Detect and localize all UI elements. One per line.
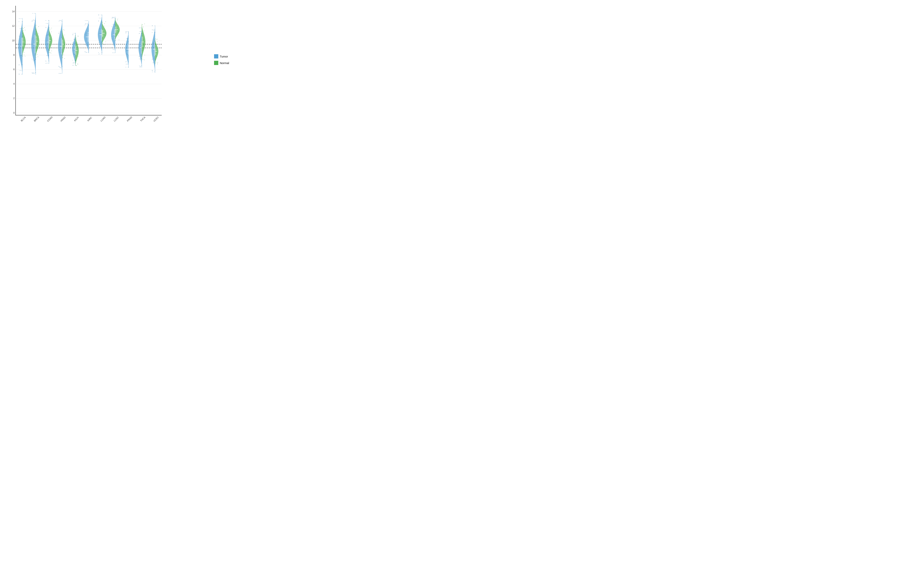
data-point [76, 52, 76, 52]
data-point [118, 31, 119, 32]
data-point [127, 39, 127, 39]
data-point [85, 33, 85, 34]
data-point [113, 24, 114, 25]
data-point [153, 30, 153, 31]
data-point [24, 42, 24, 42]
data-point [139, 56, 139, 56]
data-point [24, 37, 25, 38]
data-point [104, 26, 104, 27]
data-point [86, 52, 86, 53]
data-point [78, 56, 78, 57]
data-point [141, 42, 141, 43]
data-point [113, 49, 113, 50]
data-point [34, 20, 35, 21]
data-point [102, 39, 102, 39]
data-point [152, 59, 152, 60]
data-point [74, 33, 75, 34]
legend-item: Normal [214, 61, 229, 65]
data-point [50, 50, 50, 51]
data-point [74, 54, 74, 55]
data-point [73, 60, 73, 61]
data-point [155, 59, 155, 60]
data-point [48, 55, 48, 56]
data-point [63, 48, 63, 48]
data-point [99, 15, 99, 15]
data-point [102, 33, 102, 34]
data-point [33, 20, 33, 20]
data-point [65, 42, 65, 43]
data-point [100, 34, 101, 34]
data-point [62, 21, 62, 21]
data-point [142, 36, 142, 36]
data-point [35, 58, 36, 59]
y-tick-label: 12 [12, 25, 16, 27]
data-point [157, 41, 157, 42]
data-point [51, 32, 52, 32]
data-point [118, 35, 118, 36]
data-point [115, 38, 116, 39]
data-point [144, 24, 145, 24]
data-point [20, 55, 20, 56]
data-point [89, 33, 89, 34]
data-point [142, 50, 142, 51]
data-point [24, 55, 24, 55]
data-point [21, 28, 21, 29]
iqr-box [114, 29, 115, 40]
data-point [48, 55, 48, 56]
data-point [47, 35, 48, 35]
data-point [126, 42, 126, 42]
data-point [62, 38, 62, 38]
data-point [64, 43, 64, 44]
data-point [152, 26, 153, 26]
data-point [73, 42, 73, 43]
data-point [126, 67, 126, 68]
data-point [59, 20, 60, 21]
data-point [128, 61, 129, 62]
data-point [142, 24, 143, 25]
data-point [73, 65, 74, 66]
data-point [45, 63, 46, 64]
data-point [88, 35, 89, 35]
data-point [112, 39, 113, 39]
data-point [128, 41, 129, 42]
data-point [60, 32, 60, 32]
data-point [65, 58, 65, 59]
data-point [78, 63, 78, 64]
data-point [101, 29, 102, 29]
data-point [52, 40, 52, 40]
data-point [35, 39, 35, 40]
data-point [145, 55, 145, 55]
x-tick-label: LUAD [100, 116, 106, 122]
iqr-box [115, 26, 116, 33]
data-point [63, 55, 64, 55]
data-point [19, 70, 20, 71]
data-point [61, 20, 61, 21]
data-point [143, 60, 143, 60]
data-point [20, 18, 20, 19]
data-point [113, 53, 114, 53]
data-point [35, 38, 36, 39]
data-point [34, 60, 34, 61]
data-point [48, 20, 48, 21]
data-point [21, 28, 21, 29]
data-point [19, 47, 19, 47]
data-point [46, 35, 47, 35]
data-point [84, 52, 85, 52]
iqr-box [48, 35, 49, 48]
data-point [155, 39, 156, 39]
data-point [141, 59, 142, 59]
data-point [126, 61, 126, 62]
data-point [139, 33, 140, 34]
data-point [49, 29, 49, 30]
data-point [38, 26, 39, 27]
data-point [19, 36, 19, 36]
data-point [62, 52, 62, 52]
data-point [34, 13, 34, 14]
data-point [19, 21, 19, 22]
data-point [73, 33, 73, 34]
data-point [152, 63, 153, 63]
data-point [100, 18, 101, 18]
x-tick-label: HNSC [60, 116, 66, 122]
data-point [105, 33, 106, 33]
data-point [22, 47, 23, 47]
